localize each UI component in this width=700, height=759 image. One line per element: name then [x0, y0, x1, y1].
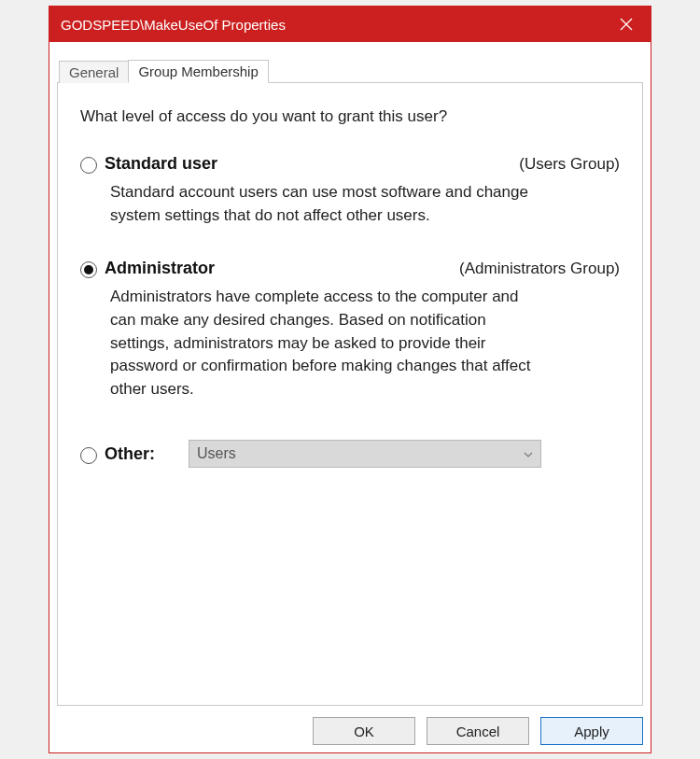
standard-user-group: (Users Group): [519, 155, 620, 174]
radio-other[interactable]: [80, 447, 97, 464]
dialog-buttons: OK Cancel Apply: [57, 706, 643, 745]
properties-dialog: GODSPEED\MakeUseOf Properties General Gr…: [49, 6, 651, 753]
administrator-label: Administrator: [105, 259, 215, 278]
radio-standard-user[interactable]: [80, 157, 97, 174]
administrator-description: Administrators have complete access to t…: [110, 286, 539, 401]
other-label: Other:: [105, 444, 155, 464]
other-select-value: Users: [197, 445, 236, 462]
cancel-button[interactable]: Cancel: [427, 717, 529, 745]
titlebar: GODSPEED\MakeUseOf Properties: [49, 7, 651, 42]
standard-user-label: Standard user: [105, 154, 217, 174]
client-area: General Group Membership What level of a…: [49, 42, 651, 752]
other-group-select[interactable]: Users: [189, 440, 541, 468]
close-icon: [620, 18, 633, 31]
ok-button[interactable]: OK: [313, 717, 415, 745]
chevron-down-icon: [524, 447, 533, 460]
apply-button[interactable]: Apply: [540, 717, 643, 745]
radio-administrator[interactable]: [80, 261, 97, 278]
option-other: Other: Users: [80, 440, 620, 468]
option-administrator: Administrator (Administrators Group) Adm…: [80, 259, 620, 401]
window-title: GODSPEED\MakeUseOf Properties: [61, 17, 602, 33]
standard-user-description: Standard account users can use most soft…: [110, 181, 539, 227]
tab-group-membership[interactable]: Group Membership: [128, 60, 268, 83]
option-standard-user: Standard user (Users Group) Standard acc…: [80, 154, 620, 227]
tabs-row: General Group Membership: [57, 59, 643, 82]
close-button[interactable]: [602, 7, 651, 42]
tab-general[interactable]: General: [59, 61, 129, 83]
tab-panel-group-membership: What level of access do you want to gran…: [57, 82, 643, 706]
administrator-group: (Administrators Group): [459, 260, 620, 278]
question-text: What level of access do you want to gran…: [80, 107, 620, 126]
